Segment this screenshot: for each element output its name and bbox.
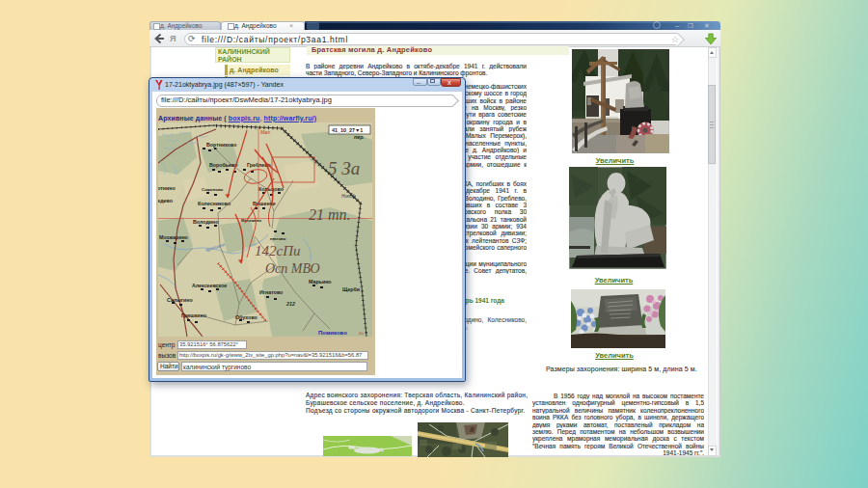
- svg-text:Мал.: Мал.: [260, 129, 271, 135]
- svg-text:21 тп.: 21 тп.: [309, 206, 351, 223]
- svg-text:Осп МВО: Осп МВО: [265, 261, 320, 276]
- svg-text:Бортниково: Бортниково: [206, 142, 237, 148]
- svg-text:Обухово: Обухово: [235, 314, 258, 320]
- svg-text:5 За: 5 За: [328, 158, 360, 178]
- svg-text:Марьино: Марьино: [309, 279, 332, 285]
- svg-text:142сПи: 142сПи: [255, 243, 301, 258]
- svg-text:Сижоново: Сижоново: [202, 187, 224, 192]
- svg-text:Игнатово: Игнатово: [259, 289, 284, 295]
- svg-text:Колесниково: Колесниково: [198, 201, 231, 206]
- svg-text:ведево: ведево: [158, 198, 174, 203]
- svg-text:Никиф: Никиф: [341, 194, 356, 199]
- svg-text:Кольцово: Кольцово: [258, 186, 285, 192]
- svg-text:2я: 2я: [359, 331, 364, 336]
- svg-text:Помиково: Помиково: [318, 330, 347, 336]
- svg-text:нютово: нютово: [270, 236, 286, 241]
- svg-text:Гришкино: Гришкино: [181, 312, 207, 318]
- svg-text:Алексеевское: Алексеевское: [192, 283, 227, 288]
- svg-text:Мозжарино: Мозжарино: [159, 234, 189, 240]
- svg-text:Воробьево: Воробьево: [209, 162, 238, 168]
- svg-text:212: 212: [285, 301, 295, 307]
- svg-text:готнино: готнино: [158, 185, 176, 191]
- svg-text:Щерби: Щерби: [342, 286, 360, 292]
- svg-text:пер.: пер.: [354, 134, 365, 140]
- svg-text:Володино: Володино: [193, 219, 219, 225]
- svg-text:Салыгино: Салыгино: [167, 297, 193, 303]
- svg-text:41_10_27▼1: 41_10_27▼1: [332, 127, 363, 133]
